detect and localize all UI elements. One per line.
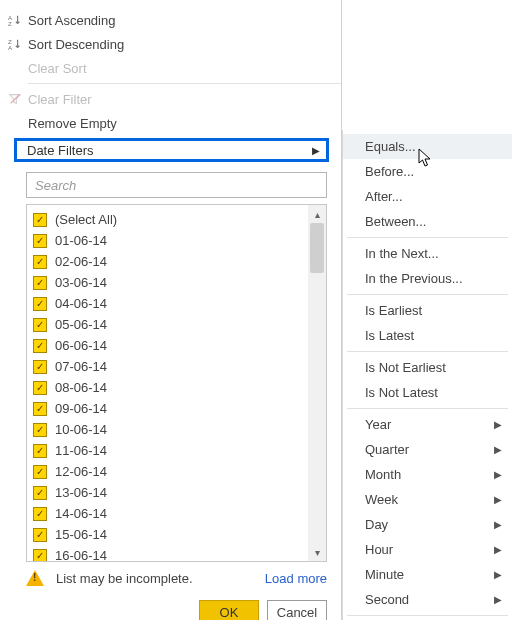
value-row[interactable]: ✓14-06-14	[33, 503, 306, 524]
clear-filter-item: Clear Filter	[0, 87, 341, 111]
submenu-arrow-icon: ▶	[494, 569, 502, 580]
checkbox[interactable]: ✓	[33, 276, 47, 290]
clear-sort-item: Clear Sort	[0, 56, 341, 80]
date-filters-item[interactable]: Date Filters ▶	[14, 138, 329, 162]
value-label: 04-06-14	[55, 296, 107, 311]
value-label: 09-06-14	[55, 401, 107, 416]
checkbox[interactable]: ✓	[33, 444, 47, 458]
values-list: ✓(Select All)✓01-06-14✓02-06-14✓03-06-14…	[26, 204, 327, 562]
value-row[interactable]: ✓03-06-14	[33, 272, 306, 293]
menu-label: Date Filters	[27, 143, 93, 158]
menu-label: Sort Ascending	[28, 13, 115, 28]
menu-label: Clear Filter	[28, 92, 92, 107]
checkbox[interactable]: ✓	[33, 549, 47, 563]
clear-filter-icon	[6, 90, 24, 108]
checkbox[interactable]: ✓	[33, 255, 47, 269]
separator	[347, 408, 508, 409]
checkbox[interactable]: ✓	[33, 297, 47, 311]
scroll-down-icon[interactable]: ▾	[308, 543, 326, 561]
value-row[interactable]: ✓09-06-14	[33, 398, 306, 419]
value-row[interactable]: ✓11-06-14	[33, 440, 306, 461]
value-label: 06-06-14	[55, 338, 107, 353]
ok-button[interactable]: OK	[199, 600, 259, 620]
value-row[interactable]: ✓10-06-14	[33, 419, 306, 440]
separator	[28, 83, 341, 84]
separator	[347, 351, 508, 352]
value-row[interactable]: ✓04-06-14	[33, 293, 306, 314]
filter-hour[interactable]: Hour▶	[343, 537, 512, 562]
separator	[347, 237, 508, 238]
load-more-link[interactable]: Load more	[265, 571, 327, 586]
submenu-arrow-icon: ▶	[494, 419, 502, 430]
value-row[interactable]: ✓01-06-14	[33, 230, 306, 251]
checkbox[interactable]: ✓	[33, 507, 47, 521]
filter-year[interactable]: Year▶	[343, 412, 512, 437]
filter-month[interactable]: Month▶	[343, 462, 512, 487]
filter-quarter[interactable]: Quarter▶	[343, 437, 512, 462]
filter-context-menu: AZ Sort Ascending ZA Sort Descending Cle…	[0, 0, 342, 620]
filter-in-previous[interactable]: In the Previous...	[343, 266, 512, 291]
warning-icon	[26, 570, 44, 586]
menu-label: Remove Empty	[28, 116, 117, 131]
checkbox[interactable]: ✓	[33, 339, 47, 353]
separator	[347, 294, 508, 295]
filter-is-not-latest[interactable]: Is Not Latest	[343, 380, 512, 405]
value-row[interactable]: ✓07-06-14	[33, 356, 306, 377]
menu-label: Clear Sort	[28, 61, 87, 76]
checkbox[interactable]: ✓	[33, 465, 47, 479]
sort-descending-item[interactable]: ZA Sort Descending	[0, 32, 341, 56]
value-row[interactable]: ✓16-06-14	[33, 545, 306, 562]
checkbox[interactable]: ✓	[33, 360, 47, 374]
value-row[interactable]: ✓06-06-14	[33, 335, 306, 356]
scrollbar[interactable]: ▴ ▾	[308, 205, 326, 561]
checkbox[interactable]: ✓	[33, 402, 47, 416]
select-all-row[interactable]: ✓(Select All)	[33, 209, 306, 230]
checkbox[interactable]: ✓	[33, 318, 47, 332]
checkbox[interactable]: ✓	[33, 234, 47, 248]
remove-empty-item[interactable]: Remove Empty	[0, 111, 341, 135]
filter-second[interactable]: Second▶	[343, 587, 512, 612]
submenu-arrow-icon: ▶	[494, 519, 502, 530]
value-row[interactable]: ✓15-06-14	[33, 524, 306, 545]
value-label: 14-06-14	[55, 506, 107, 521]
filter-week[interactable]: Week▶	[343, 487, 512, 512]
search-input[interactable]: Search	[26, 172, 327, 198]
checkbox[interactable]: ✓	[33, 486, 47, 500]
sort-desc-icon: ZA	[6, 35, 24, 53]
value-row[interactable]: ✓05-06-14	[33, 314, 306, 335]
filter-after[interactable]: After...	[343, 184, 512, 209]
value-row[interactable]: ✓02-06-14	[33, 251, 306, 272]
checkbox[interactable]: ✓	[33, 423, 47, 437]
scroll-thumb[interactable]	[310, 223, 324, 273]
submenu-arrow-icon: ▶	[494, 544, 502, 555]
value-label: 05-06-14	[55, 317, 107, 332]
filter-before[interactable]: Before...	[343, 159, 512, 184]
scroll-up-icon[interactable]: ▴	[308, 205, 326, 223]
value-row[interactable]: ✓12-06-14	[33, 461, 306, 482]
checkbox[interactable]: ✓	[33, 381, 47, 395]
checkbox[interactable]: ✓	[33, 213, 47, 227]
filter-between[interactable]: Between...	[343, 209, 512, 234]
value-label: 13-06-14	[55, 485, 107, 500]
checkbox[interactable]: ✓	[33, 528, 47, 542]
value-row[interactable]: ✓13-06-14	[33, 482, 306, 503]
value-label: (Select All)	[55, 212, 117, 227]
filter-is-not-earliest[interactable]: Is Not Earliest	[343, 355, 512, 380]
value-label: 08-06-14	[55, 380, 107, 395]
value-row[interactable]: ✓08-06-14	[33, 377, 306, 398]
blank-icon	[6, 114, 24, 132]
sort-ascending-item[interactable]: AZ Sort Ascending	[0, 8, 341, 32]
filter-day[interactable]: Day▶	[343, 512, 512, 537]
menu-label: Sort Descending	[28, 37, 124, 52]
filter-in-next[interactable]: In the Next...	[343, 241, 512, 266]
cancel-button[interactable]: Cancel	[267, 600, 327, 620]
search-placeholder: Search	[35, 178, 76, 193]
svg-text:A: A	[8, 44, 13, 51]
filter-equals[interactable]: Equals...	[343, 134, 512, 159]
value-label: 02-06-14	[55, 254, 107, 269]
filter-is-latest[interactable]: Is Latest	[343, 323, 512, 348]
value-label: 01-06-14	[55, 233, 107, 248]
filter-is-earliest[interactable]: Is Earliest	[343, 298, 512, 323]
filter-minute[interactable]: Minute▶	[343, 562, 512, 587]
value-label: 03-06-14	[55, 275, 107, 290]
